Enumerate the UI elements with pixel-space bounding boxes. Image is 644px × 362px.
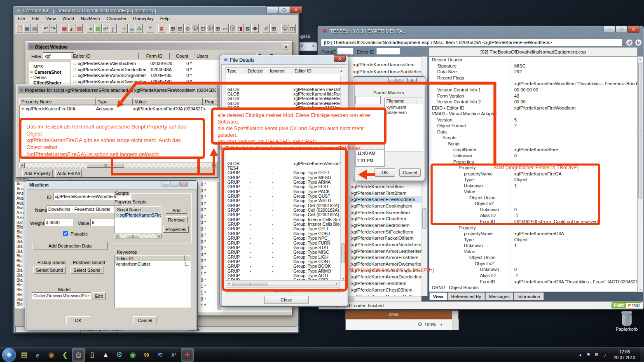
preferences-icon[interactable]: ▤ <box>31 24 38 33</box>
scroll-right-arrow[interactable]: ► <box>334 282 339 285</box>
table-row[interactable]: GRUP--Group: Type FLST <box>226 185 340 189</box>
table-vscrollbar[interactable]: ≡ ▼ <box>340 75 345 280</box>
save-icon[interactable]: ▦ <box>23 24 30 33</box>
list-item[interactable]: Ava <box>16 201 25 206</box>
table-row[interactable]: TES4 <box>226 166 340 170</box>
close-icon[interactable]: ✕ <box>312 44 315 48</box>
detail-row[interactable]: Object v2 <box>429 201 637 207</box>
creation-kit-icon[interactable]: ◍ <box>72 348 85 362</box>
window-tool-icon-2[interactable]: ⊟ <box>177 24 184 33</box>
clock[interactable]: 12:06 20.07.2013 <box>609 349 639 360</box>
column-header[interactable] <box>417 98 423 104</box>
window-tool-icon-6[interactable]: Ⓗ <box>206 24 213 33</box>
list-item[interactable]: Ava <box>16 206 25 210</box>
open-icon[interactable]: ❒ <box>16 24 23 33</box>
tree-item[interactable]: – MPS <box>30 64 69 69</box>
table-row[interactable]: GRUP--Group: Type ACTI <box>226 273 340 278</box>
column-header[interactable]: Property Name <box>19 98 96 105</box>
close-dialog-button[interactable]: Close <box>264 296 309 304</box>
flattr-button[interactable]: Flattr ◤this! <box>611 302 642 308</box>
table-row[interactable]: GRUP--Group: Type FURN <box>226 241 340 245</box>
list-item[interactable]: pdate.esm <box>385 110 423 115</box>
detail-row[interactable]: FormID xgfPferdeKarrenFireWoodItem "Dova… <box>429 81 637 87</box>
detail-row[interactable]: Script <box>429 141 637 147</box>
filename-input[interactable] <box>355 96 381 104</box>
ok-button[interactable]: OK <box>375 168 395 177</box>
dialogue-icon[interactable]: ❞ <box>147 24 154 33</box>
skyrim-icon[interactable]: ▲ <box>99 348 112 362</box>
detail-row[interactable]: Alias ID -1 <box>429 213 637 219</box>
list-item[interactable]: Ble <box>16 292 25 297</box>
detail-row[interactable]: Version 5 <box>429 117 637 123</box>
list-item[interactable]: An: <box>16 182 25 187</box>
cancel-button[interactable]: Cancel <box>133 316 157 324</box>
history-back-icon[interactable]: ↺ <box>626 39 633 46</box>
detail-row[interactable]: Alias ID -1 <box>429 273 637 279</box>
notepad-icon[interactable]: ▯ <box>86 348 98 362</box>
zoom-level[interactable]: 100% <box>424 322 436 327</box>
window-tool-icon-7[interactable]: ⊞ <box>214 24 221 33</box>
window-title[interactable]: TES5Edit 3.0.30 EXPERIMENTAL <box>330 28 405 34</box>
tray-volume-icon[interactable]: ♪ <box>601 353 609 357</box>
list-item[interactable]: xgfPferdeKarrenScreenItem <box>349 209 422 216</box>
list-item[interactable]: Blin <box>16 297 25 302</box>
detail-row[interactable]: Form Version 43 <box>429 93 637 99</box>
scroll-thumb[interactable]: ||| <box>87 163 124 168</box>
detail-row[interactable]: Type Object <box>429 177 637 183</box>
properties-titlebar[interactable]: ▣ Properties for script xgfPferdeKarrenS… <box>18 86 216 93</box>
list-item[interactable]: Bla <box>16 254 25 259</box>
list-item[interactable]: Azu <box>16 215 25 220</box>
minimize-button[interactable]: — <box>161 182 170 187</box>
window-title[interactable]: Creation Kit - [TheBooksOfDovahkiinsNoma… <box>23 8 156 14</box>
detail-row[interactable]: Object Union <box>429 195 637 201</box>
column-header[interactable]: Editor ID <box>115 255 185 261</box>
table-row[interactable]: ⚒ xgfPferdeKarrenSFire <box>115 212 161 218</box>
detail-vscrollbar[interactable]: ▲ ≡ ▼ <box>637 56 643 292</box>
list-item[interactable]: xgfPferdeKarrenBedrollItem <box>349 222 422 229</box>
scroll-left-arrow[interactable]: ◄ <box>19 163 25 168</box>
list-item[interactable]: Bla <box>16 249 25 254</box>
table-row[interactable]: GRUP--Group: Interior Cells Sub-block <box>226 217 340 222</box>
tree-expand-icon[interactable]: – <box>30 75 32 79</box>
detail-row[interactable]: Record Flags <box>429 75 637 81</box>
zoom-dropdown-icon[interactable]: ▼ <box>440 323 443 327</box>
tray-flag-icon[interactable]: ⚑ <box>584 352 592 357</box>
table-row[interactable]: GRUP--Group: Type CONT <box>226 259 340 264</box>
detail-row[interactable]: Unknown 0 <box>429 153 637 159</box>
list-item[interactable]: xgfPferdeKarrenChest03Item <box>349 287 422 293</box>
table-row[interactable]: VendorItemClutter(... <box>115 261 190 267</box>
tray-display-icon[interactable]: ⊠ <box>592 352 601 357</box>
detail-row[interactable]: Data <box>429 129 637 135</box>
ok-button[interactable]: OK <box>66 316 90 324</box>
tab[interactable]: Messages <box>485 292 513 300</box>
sky-icon[interactable]: ☁ <box>128 24 135 33</box>
detail-row[interactable]: propertyName xgfPferdeKarrenFireGA <box>429 170 637 177</box>
grass-icon[interactable]: ⁂ <box>136 24 143 33</box>
detail-row[interactable]: Record Header <box>429 57 637 63</box>
lights-icon[interactable]: ☀ <box>121 24 128 33</box>
list-item[interactable]: xgfPferdeKarrenArmorLeatherItem <box>349 248 422 255</box>
table-row[interactable]: GRUP--Group: Type BOOK <box>226 264 340 269</box>
list-item[interactable]: Bild <box>16 225 25 230</box>
table-row[interactable]: GLOBxgfPferdeKarrenHideRecipeB5 <box>226 96 340 101</box>
detail-row[interactable]: VMAD - Virtual Machine Adapter <box>429 111 637 117</box>
minimize-button[interactable]: — <box>604 26 616 33</box>
list-item[interactable]: xgfPferdeKarrenTent2Item <box>349 190 422 196</box>
scroll-down-icon[interactable]: ▼ <box>639 288 642 291</box>
detail-row[interactable]: Object Format 2 <box>429 123 637 129</box>
add-destruction-data-button[interactable]: Add Destruction Data <box>33 242 108 250</box>
table-row[interactable]: GRUP--Group: Type QUST <box>226 194 340 198</box>
menu-item[interactable]: File <box>14 15 28 23</box>
list-item[interactable]: Bla <box>16 230 25 235</box>
table-row[interactable]: GRUP--Group: Type ARMA <box>226 180 340 184</box>
tree-item[interactable]: ⊞ CameraShot <box>30 69 69 75</box>
column-header[interactable] <box>185 255 190 261</box>
detail-row[interactable]: Version Control Info 2 00 00 <box>429 99 637 105</box>
tab[interactable]: Referenced By <box>447 292 485 300</box>
close-button[interactable]: ✕ <box>334 55 346 62</box>
window-tool-icon-3[interactable]: ⊘ <box>184 24 191 33</box>
pencil-tool-icon[interactable]: ✐ <box>263 24 270 33</box>
menu-item[interactable]: Gameplay <box>130 15 157 23</box>
window-tool-icon-8[interactable]: ▭ <box>222 24 229 33</box>
remove-script-button[interactable]: Remove <box>165 216 188 223</box>
